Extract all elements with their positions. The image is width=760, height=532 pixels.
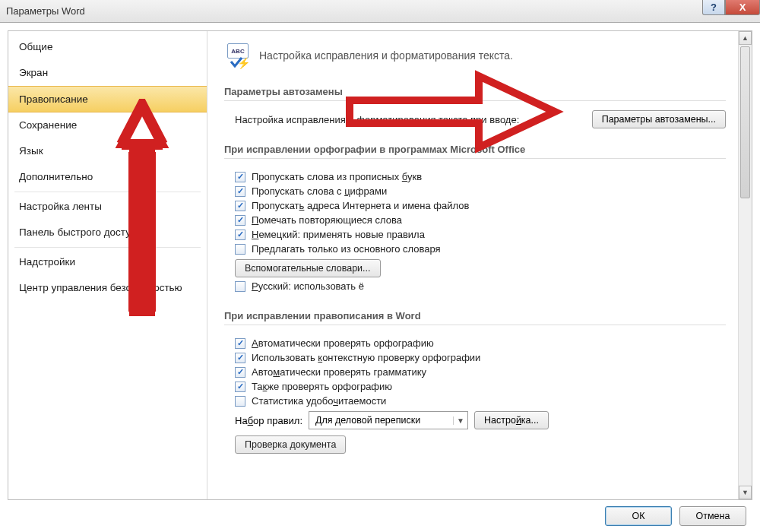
check-also-spell[interactable] [235, 382, 245, 392]
check-auto-grammar[interactable] [235, 367, 245, 378]
ruleset-value: Для деловой переписки [315, 415, 420, 426]
help-button[interactable]: ? [702, 0, 725, 15]
check-repeated[interactable] [235, 215, 245, 226]
check-numbers[interactable] [235, 186, 245, 197]
close-button[interactable]: X [725, 0, 760, 15]
vertical-scrollbar[interactable]: ▲ ▼ [738, 31, 752, 499]
sidebar-item-trust-center[interactable]: Центр управления безопасностью [8, 275, 207, 301]
group-title-autocorrect: Параметры автозамены [224, 83, 726, 101]
ok-button[interactable]: ОК [605, 506, 672, 526]
sidebar-item-general[interactable]: Общие [8, 34, 207, 60]
sidebar-item-customize-ribbon[interactable]: Настройка ленты [8, 194, 207, 220]
main-content: ABC ⚡ Настройка исправления и форматиров… [207, 31, 738, 499]
check-contextual-label: Использовать контекстную проверку орфогр… [252, 352, 480, 363]
check-contextual[interactable] [235, 353, 245, 363]
check-readability[interactable] [235, 396, 245, 407]
check-repeated-label: Помечать повторяющиеся слова [252, 214, 402, 226]
check-russian-yo[interactable] [235, 281, 245, 292]
window-title: Параметры Word [6, 5, 85, 17]
window-controls: ? X [702, 0, 760, 17]
sidebar-item-addins[interactable]: Надстройки [8, 249, 207, 275]
titlebar: Параметры Word ? X [0, 0, 760, 23]
sidebar-item-proofing[interactable]: Правописание [8, 86, 207, 112]
check-auto-spell[interactable] [235, 338, 245, 349]
check-readability-label: Статистика удобочитаемости [252, 395, 386, 407]
scroll-down-arrow[interactable]: ▼ [739, 486, 752, 499]
proofing-icon: ABC ⚡ [224, 42, 252, 69]
nav-separator [14, 192, 201, 192]
chevron-down-icon: ▼ [453, 416, 464, 425]
check-document-button[interactable]: Проверка документа [235, 435, 346, 454]
dialog-footer: ОК Отмена [605, 506, 746, 526]
check-main-dict-label: Предлагать только из основного словаря [252, 243, 441, 255]
scroll-thumb[interactable] [740, 46, 750, 198]
ruleset-select[interactable]: Для деловой переписки ▼ [309, 411, 468, 429]
page-header: ABC ⚡ Настройка исправления и форматиров… [224, 42, 726, 69]
ruleset-settings-button[interactable]: Настройка... [474, 411, 549, 429]
check-german[interactable] [235, 230, 245, 240]
sidebar-item-language[interactable]: Язык [8, 138, 207, 164]
check-german-label: Немецкий: применять новые правила [252, 229, 425, 240]
check-russian-yo-label: Русский: использовать ё [252, 280, 364, 292]
check-main-dict[interactable] [235, 244, 245, 255]
main-pane: ABC ⚡ Настройка исправления и форматиров… [207, 31, 752, 499]
check-auto-grammar-label: Автоматически проверять грамматику [252, 366, 426, 378]
check-uppercase[interactable] [235, 172, 245, 182]
sidebar: Общие Экран Правописание Сохранение Язык… [8, 31, 207, 499]
dialog-body: Общие Экран Правописание Сохранение Язык… [0, 23, 760, 532]
autocorrect-text: Настройка исправления и форматирования т… [235, 114, 519, 125]
sidebar-item-advanced[interactable]: Дополнительно [8, 164, 207, 190]
ruleset-label: Набор правил: [235, 415, 302, 426]
sidebar-item-display[interactable]: Экран [8, 60, 207, 86]
check-uppercase-label: Пропускать слова из прописных букв [252, 171, 422, 182]
check-auto-spell-label: Автоматически проверять орфографию [252, 337, 434, 349]
dialog-inner: Общие Экран Правописание Сохранение Язык… [8, 30, 752, 500]
check-also-spell-label: Также проверять орфографию [252, 381, 392, 392]
scroll-up-arrow[interactable]: ▲ [739, 31, 752, 45]
sidebar-item-save[interactable]: Сохранение [8, 112, 207, 138]
group-title-word: При исправлении правописания в Word [224, 307, 726, 325]
page-header-text: Настройка исправления и форматирования т… [259, 49, 513, 62]
group-title-office: При исправлении орфографии в программах … [224, 141, 726, 159]
check-internet-label: Пропускать адреса Интернета и имена файл… [252, 200, 469, 211]
autocorrect-options-button[interactable]: Параметры автозамены... [592, 110, 726, 128]
check-internet[interactable] [235, 201, 245, 211]
check-numbers-label: Пропускать слова с цифрами [252, 185, 387, 197]
nav-separator [14, 247, 201, 248]
cancel-button[interactable]: Отмена [679, 506, 746, 526]
sidebar-item-quick-access[interactable]: Панель быстрого доступа [8, 220, 207, 245]
custom-dictionaries-button[interactable]: Вспомогательные словари... [235, 259, 381, 277]
